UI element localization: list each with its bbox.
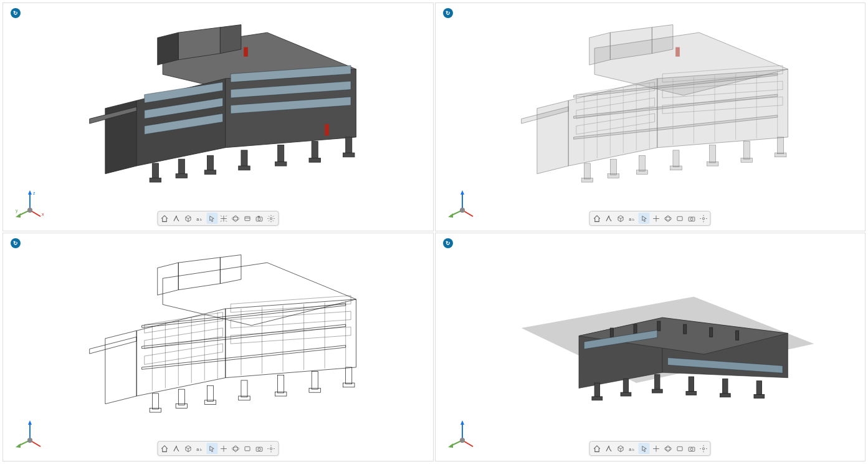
svg-point-97 bbox=[664, 217, 671, 220]
settings-button[interactable] bbox=[698, 443, 709, 454]
svg-rect-167 bbox=[736, 331, 739, 341]
svg-rect-88 bbox=[775, 153, 786, 157]
orbit-button[interactable] bbox=[662, 213, 674, 224]
camera-button[interactable] bbox=[686, 443, 697, 454]
axis-gizmo[interactable] bbox=[447, 188, 478, 220]
svg-rect-191 bbox=[677, 447, 682, 451]
svg-rect-173 bbox=[621, 393, 631, 397]
viewport-top-right[interactable]: ↻ bbox=[435, 2, 866, 231]
svg-rect-140 bbox=[275, 392, 286, 397]
svg-rect-18 bbox=[178, 160, 184, 175]
svg-text:a: a bbox=[197, 216, 200, 221]
model-canvas[interactable] bbox=[47, 239, 414, 433]
svg-rect-22 bbox=[241, 150, 247, 167]
svg-rect-75 bbox=[584, 163, 590, 179]
walk-button[interactable] bbox=[603, 443, 614, 454]
text-size-button[interactable]: ab bbox=[627, 443, 638, 454]
svg-rect-25 bbox=[275, 162, 286, 167]
viewport-bottom-left[interactable]: ↻ bbox=[2, 233, 434, 462]
svg-marker-92 bbox=[448, 213, 453, 218]
view-badge-icon[interactable]: ↻ bbox=[443, 8, 453, 18]
section-box-button[interactable] bbox=[183, 443, 194, 454]
svg-rect-139 bbox=[277, 375, 284, 394]
text-size-button[interactable]: ab bbox=[194, 443, 206, 454]
text-size-button[interactable]: ab bbox=[194, 213, 206, 224]
svg-point-101 bbox=[702, 217, 704, 219]
building-section bbox=[494, 247, 831, 425]
axis-gizmo[interactable] bbox=[447, 418, 478, 450]
pan-button[interactable] bbox=[218, 443, 229, 454]
pan-button[interactable] bbox=[651, 443, 662, 454]
svg-rect-87 bbox=[778, 137, 784, 154]
select-button[interactable] bbox=[639, 443, 650, 454]
view-badge-icon[interactable]: ↻ bbox=[443, 238, 453, 248]
svg-rect-163 bbox=[634, 325, 637, 334]
pan-button[interactable] bbox=[218, 213, 229, 224]
walk-button[interactable] bbox=[603, 213, 614, 224]
view-badge-icon[interactable]: ↻ bbox=[11, 238, 21, 248]
select-button[interactable] bbox=[206, 213, 217, 224]
svg-rect-19 bbox=[176, 174, 187, 178]
svg-point-38 bbox=[232, 217, 239, 220]
view-badge-icon[interactable]: ↻ bbox=[11, 8, 21, 18]
home-button[interactable] bbox=[591, 213, 603, 224]
axis-gizmo[interactable] bbox=[14, 418, 45, 450]
svg-rect-81 bbox=[673, 150, 679, 167]
svg-rect-174 bbox=[655, 375, 660, 390]
home-button[interactable] bbox=[159, 213, 170, 224]
settings-button[interactable] bbox=[698, 213, 709, 224]
svg-text:b: b bbox=[200, 218, 202, 221]
text-size-button[interactable]: ab bbox=[627, 213, 638, 224]
viewport-bottom-right[interactable]: ↻ bbox=[435, 233, 866, 462]
svg-marker-108 bbox=[105, 331, 136, 404]
axis-x-label: x bbox=[42, 212, 44, 216]
home-button[interactable] bbox=[591, 443, 603, 454]
svg-rect-14 bbox=[244, 47, 248, 57]
svg-rect-143 bbox=[345, 367, 351, 384]
svg-text:a: a bbox=[629, 216, 632, 221]
orbit-button[interactable] bbox=[230, 213, 241, 224]
orbit-button[interactable] bbox=[662, 443, 674, 454]
look-button[interactable] bbox=[242, 213, 253, 224]
pan-button[interactable] bbox=[651, 213, 662, 224]
model-canvas[interactable] bbox=[47, 9, 414, 203]
axis-gizmo[interactable]: z y x bbox=[14, 188, 45, 220]
model-canvas[interactable] bbox=[479, 9, 847, 203]
svg-rect-86 bbox=[741, 158, 752, 163]
svg-rect-135 bbox=[207, 386, 213, 402]
svg-rect-28 bbox=[345, 137, 351, 154]
svg-rect-132 bbox=[150, 408, 161, 413]
section-box-button[interactable] bbox=[615, 443, 626, 454]
look-button[interactable] bbox=[242, 443, 253, 454]
section-box-button[interactable] bbox=[183, 213, 194, 224]
svg-rect-164 bbox=[657, 322, 661, 331]
svg-rect-23 bbox=[238, 166, 249, 170]
select-button[interactable] bbox=[206, 443, 217, 454]
look-button[interactable] bbox=[674, 443, 685, 454]
svg-rect-82 bbox=[670, 166, 682, 170]
svg-point-156 bbox=[258, 448, 260, 450]
model-canvas[interactable] bbox=[479, 239, 847, 433]
camera-button[interactable] bbox=[254, 213, 265, 224]
svg-rect-83 bbox=[710, 145, 716, 163]
look-button[interactable] bbox=[674, 213, 685, 224]
home-button[interactable] bbox=[159, 443, 170, 454]
section-box-button[interactable] bbox=[615, 213, 626, 224]
select-button[interactable] bbox=[639, 213, 650, 224]
camera-button[interactable] bbox=[686, 213, 697, 224]
settings-button[interactable] bbox=[265, 443, 277, 454]
svg-rect-84 bbox=[707, 162, 718, 167]
svg-marker-90 bbox=[460, 190, 464, 195]
camera-button[interactable] bbox=[254, 443, 265, 454]
svg-marker-106 bbox=[136, 309, 226, 396]
walk-button[interactable] bbox=[171, 443, 182, 454]
svg-rect-170 bbox=[594, 383, 599, 397]
svg-point-190 bbox=[664, 447, 671, 450]
svg-point-94 bbox=[460, 208, 465, 213]
viewport-top-left[interactable]: ↻ bbox=[2, 2, 434, 231]
building-wireframe bbox=[62, 247, 399, 425]
svg-rect-134 bbox=[176, 404, 187, 408]
settings-button[interactable] bbox=[265, 213, 277, 224]
orbit-button[interactable] bbox=[230, 443, 241, 454]
walk-button[interactable] bbox=[171, 213, 182, 224]
